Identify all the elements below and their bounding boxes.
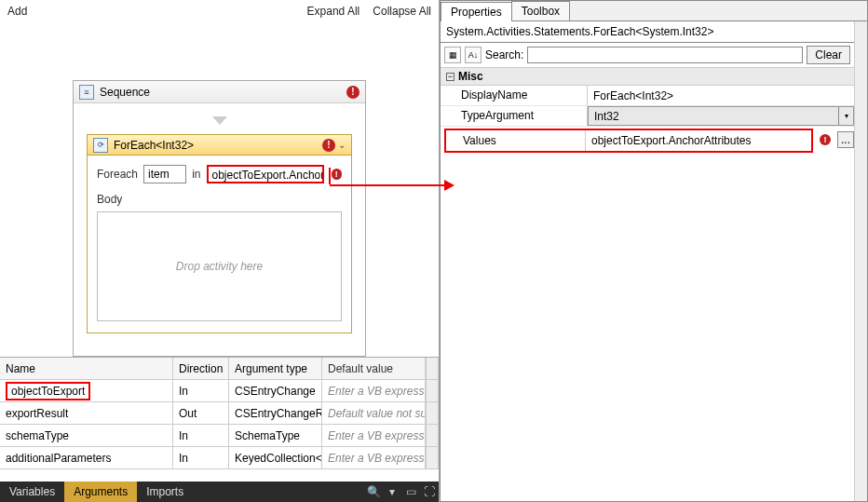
foreach-icon: ⟳ [93,138,108,153]
overview-icon[interactable]: ▭ [401,485,420,498]
col-direction[interactable]: Direction [173,358,229,379]
arg-name[interactable]: additionalParameters [0,447,173,468]
tab-properties[interactable]: Properties [441,2,512,21]
table-row[interactable]: objectToExport In CSEntryChange Enter a … [0,380,439,402]
designer-canvas[interactable]: ≡ Sequence ! ⟳ ForEach<Int32> ! ⌄ [0,22,439,357]
arg-type[interactable]: SchemaType [229,425,322,446]
scrollbar[interactable] [426,402,439,424]
fit-icon[interactable]: ⛶ [420,485,439,498]
tab-arguments[interactable]: Arguments [64,482,137,502]
item-input[interactable]: item [143,165,186,183]
sort-az-icon[interactable]: A↓ [465,47,481,63]
arg-type[interactable]: CSEntryChangeRes [229,402,322,424]
annotation-arrow [330,184,453,186]
sequence-title: Sequence [100,86,150,99]
ellipsis-button[interactable]: ... [837,131,854,148]
zoom-dropdown[interactable]: ▾ [383,485,401,498]
error-icon[interactable]: ! [346,86,359,99]
arg-name[interactable]: exportResult [0,402,173,424]
arg-name[interactable]: objectToExport [6,382,90,400]
arg-dir[interactable]: In [173,425,229,446]
body-label: Body [97,193,342,206]
prop-value[interactable]: objectToExport.AnchorAttributes [586,130,811,151]
col-name[interactable]: Name [0,358,173,379]
arg-name[interactable]: schemaType [0,425,173,446]
prop-displayname[interactable]: DisplayName ForEach<Int32> [441,86,854,106]
chevron-down-icon[interactable]: ▾ [838,107,853,125]
designer-toolbar: Add Expand All Collapse All [0,0,439,22]
arg-default[interactable]: Enter a VB express [322,425,426,446]
col-default[interactable]: Default value [322,358,426,379]
tab-imports[interactable]: Imports [137,482,193,502]
tab-toolbox[interactable]: Toolbox [511,1,570,20]
arg-dir[interactable]: Out [173,402,229,424]
arg-dir[interactable]: In [173,380,229,401]
table-row[interactable]: additionalParameters In KeyedCollection<… [0,447,439,469]
prop-label: TypeArgument [441,106,588,126]
error-icon[interactable]: ! [820,134,831,145]
sequence-icon: ≡ [79,85,94,100]
bottom-tab-bar: Variables Arguments Imports 🔍 ▾ ▭ ⛶ [0,482,439,502]
type-name: System.Activities.Statements.ForEach<Sys… [441,21,854,43]
col-type[interactable]: Argument type [229,358,322,379]
chevron-down-icon[interactable]: ⌄ [338,140,346,150]
tab-variables[interactable]: Variables [0,482,64,502]
sequence-activity[interactable]: ≡ Sequence ! ⟳ ForEach<Int32> ! ⌄ [73,80,366,357]
error-icon[interactable]: ! [322,139,335,152]
arguments-grid: Name Direction Argument type Default val… [0,357,439,482]
search-icon[interactable]: 🔍 [364,485,383,498]
in-label: in [192,168,200,181]
scrollbar[interactable] [426,425,439,446]
scrollbar[interactable] [426,447,439,468]
search-input[interactable] [527,47,803,63]
misc-category[interactable]: − Misc [441,68,854,86]
misc-label: Misc [458,70,483,83]
collapse-icon[interactable]: − [446,73,454,81]
foreach-title: ForEach<Int32> [114,139,194,152]
foreach-label: Foreach [97,168,138,181]
arg-dir[interactable]: In [173,447,229,468]
foreach-activity[interactable]: ⟳ ForEach<Int32> ! ⌄ Foreach item in obj… [87,134,352,333]
clear-button[interactable]: Clear [807,46,850,64]
prop-label: DisplayName [441,86,588,105]
expand-all-link[interactable]: Expand All [307,5,360,18]
arg-type[interactable]: KeyedCollection<S [229,447,322,468]
prop-values[interactable]: Values objectToExport.AnchorAttributes [444,129,813,153]
scrollbar[interactable] [426,380,439,401]
scrollbar[interactable] [426,358,439,379]
error-icon[interactable]: ! [332,169,342,180]
table-row[interactable]: schemaType In SchemaType Enter a VB expr… [0,425,439,447]
table-row[interactable]: exportResult Out CSEntryChangeRes Defaul… [0,402,439,425]
prop-label: Values [446,130,586,151]
categorize-icon[interactable]: ▦ [444,47,461,63]
dropdown-value: Int32 [594,110,619,123]
collapse-all-link[interactable]: Collapse All [373,5,431,18]
prop-typeargument[interactable]: TypeArgument Int32 ▾ [441,106,854,127]
right-tabs: Properties Toolbox [441,1,867,21]
flow-arrow-icon [87,116,352,125]
prop-value[interactable]: ForEach<Int32> [588,86,854,105]
search-label: Search: [485,48,523,61]
scrollbar[interactable] [854,21,867,501]
body-drop-target[interactable]: Drop activity here [97,211,342,321]
add-link[interactable]: Add [7,5,27,18]
arg-default[interactable]: Enter a VB express [322,380,426,401]
arg-default[interactable]: Enter a VB express [322,447,426,468]
arg-type[interactable]: CSEntryChange [229,380,322,401]
expression-input[interactable]: objectToExport.Anchor [207,165,324,183]
arg-default[interactable]: Default value not su [322,402,426,424]
prop-value-dropdown[interactable]: Int32 ▾ [588,106,854,126]
